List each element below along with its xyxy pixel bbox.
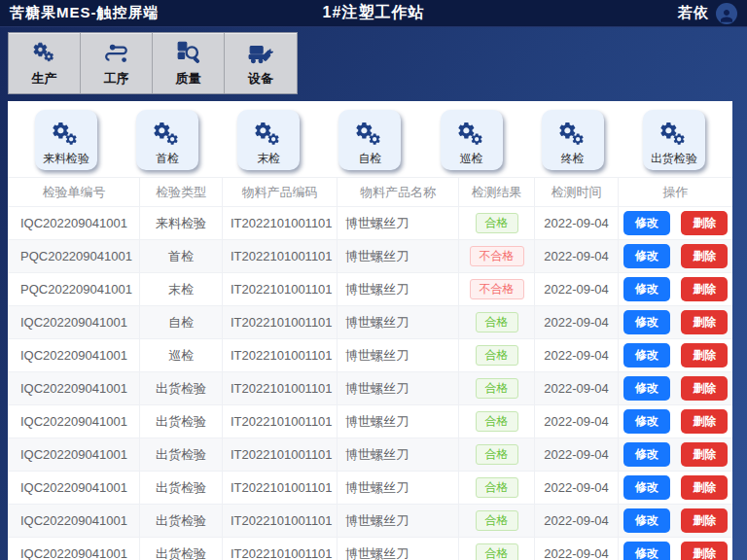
cell-result: 不合格 <box>459 273 535 306</box>
user-area[interactable]: 若依 <box>678 3 737 24</box>
edit-button[interactable]: 修改 <box>623 409 670 434</box>
delete-button[interactable]: 删除 <box>681 277 728 301</box>
cell-item-code: IT2022101001101 <box>223 339 338 372</box>
delete-button[interactable]: 删除 <box>681 376 728 401</box>
cell-order-no: IQC202209041001 <box>9 438 140 472</box>
cell-order-no: PQC202209041001 <box>9 273 140 306</box>
inspection-button-终检[interactable]: 终检 <box>542 110 604 170</box>
edit-button[interactable]: 修改 <box>623 310 670 334</box>
cell-time: 2022-09-04 <box>535 438 619 472</box>
cell-item-code: IT2022101001101 <box>223 306 338 339</box>
cell-order-no: PQC202209041001 <box>9 240 140 273</box>
gears-icon <box>658 120 690 149</box>
inspection-button-label: 出货检验 <box>651 151 697 167</box>
table-row: IQC202209041001 自检 IT2022101001101 博世螺丝刀… <box>9 306 733 339</box>
toolbar-button-production[interactable]: 生产 <box>9 33 81 93</box>
gears-icon <box>456 120 487 149</box>
inspection-button-label: 终检 <box>561 151 585 167</box>
cell-item-code: IT2022101001101 <box>223 273 338 306</box>
inspection-button-出货检验[interactable]: 出货检验 <box>643 110 705 170</box>
app-title: 苦糖果MES-触控屏端 <box>10 4 160 22</box>
cell-result: 合格 <box>459 472 535 505</box>
cell-result: 合格 <box>459 306 535 339</box>
cell-item-name: 博世螺丝刀 <box>338 372 459 405</box>
toolbar-button-quality[interactable]: 质量 <box>153 33 225 93</box>
cell-order-no: IQC202209041001 <box>9 538 140 560</box>
gears-icon <box>354 120 385 149</box>
inspection-button-来料检验[interactable]: 来料检验 <box>35 110 97 170</box>
delete-button[interactable]: 删除 <box>681 508 728 533</box>
edit-button[interactable]: 修改 <box>623 211 670 235</box>
cell-result: 合格 <box>459 505 535 538</box>
equipment-machine-icon <box>248 40 273 65</box>
cell-item-code: IT2022101001101 <box>223 505 338 538</box>
table-body: IQC202209041001 来料检验 IT2022101001101 博世螺… <box>9 207 733 560</box>
cell-order-no: IQC202209041001 <box>9 472 140 505</box>
toolbar-button-equipment[interactable]: 设备 <box>225 33 297 93</box>
cell-result: 合格 <box>459 339 535 372</box>
delete-button[interactable]: 删除 <box>681 409 728 434</box>
edit-button[interactable]: 修改 <box>623 442 670 467</box>
cell-time: 2022-09-04 <box>535 472 619 505</box>
cell-actions: 修改 删除 <box>619 405 733 438</box>
top-navbar: 苦糖果MES-触控屏端 1#注塑工作站 若依 <box>0 0 747 27</box>
inspection-button-首检[interactable]: 首检 <box>136 110 198 170</box>
delete-button[interactable]: 删除 <box>681 542 728 560</box>
table-row: PQC202209041001 首检 IT2022101001101 博世螺丝刀… <box>9 240 733 273</box>
result-badge: 合格 <box>476 411 518 432</box>
inspection-button-末检[interactable]: 末检 <box>237 110 300 170</box>
cell-item-name: 博世螺丝刀 <box>338 240 459 273</box>
cell-item-code: IT2022101001101 <box>223 538 338 560</box>
result-badge: 合格 <box>476 213 518 233</box>
edit-button[interactable]: 修改 <box>623 376 670 401</box>
table-row: PQC202209041001 末检 IT2022101001101 博世螺丝刀… <box>9 273 733 306</box>
inspection-button-自检[interactable]: 自检 <box>338 110 401 170</box>
cell-item-name: 博世螺丝刀 <box>338 405 459 438</box>
edit-button[interactable]: 修改 <box>623 508 670 533</box>
delete-button[interactable]: 删除 <box>681 244 728 268</box>
cell-time: 2022-09-04 <box>535 538 619 560</box>
delete-button[interactable]: 删除 <box>681 211 728 235</box>
cell-time: 2022-09-04 <box>535 505 619 538</box>
cell-time: 2022-09-04 <box>535 339 619 372</box>
station-title: 1#注塑工作站 <box>323 3 425 23</box>
edit-button[interactable]: 修改 <box>623 277 670 301</box>
inspection-button-label: 自检 <box>358 151 381 167</box>
cell-time: 2022-09-04 <box>535 306 619 339</box>
cell-item-name: 博世螺丝刀 <box>338 505 459 538</box>
col-header-insp-type: 检验类型 <box>140 178 223 207</box>
edit-button[interactable]: 修改 <box>623 244 670 268</box>
cell-insp-type: 巡检 <box>140 339 223 372</box>
production-gears-icon <box>32 40 57 65</box>
table-row: IQC202209041001 出货检验 IT2022101001101 博世螺… <box>9 472 733 505</box>
cell-time: 2022-09-04 <box>535 240 619 273</box>
cell-insp-type: 来料检验 <box>140 207 223 240</box>
cell-order-no: IQC202209041001 <box>9 372 140 405</box>
delete-button[interactable]: 删除 <box>681 475 728 500</box>
toolbar-label: 设备 <box>248 70 273 88</box>
delete-button[interactable]: 删除 <box>681 442 728 467</box>
table-row: IQC202209041001 出货检验 IT2022101001101 博世螺… <box>9 405 733 438</box>
cell-order-no: IQC202209041001 <box>9 339 140 372</box>
gears-icon <box>152 120 183 149</box>
edit-button[interactable]: 修改 <box>623 475 670 500</box>
cell-insp-type: 出货检验 <box>140 538 223 560</box>
delete-button[interactable]: 删除 <box>681 343 728 368</box>
edit-button[interactable]: 修改 <box>623 542 670 560</box>
username: 若依 <box>678 4 709 22</box>
cell-item-code: IT2022101001101 <box>223 472 338 505</box>
edit-button[interactable]: 修改 <box>623 343 670 368</box>
cell-time: 2022-09-04 <box>535 372 619 405</box>
cell-actions: 修改 删除 <box>619 240 733 273</box>
user-avatar-icon[interactable] <box>716 3 737 24</box>
col-header-time: 检测时间 <box>535 178 619 207</box>
table-row: IQC202209041001 出货检验 IT2022101001101 博世螺… <box>9 372 733 405</box>
cell-insp-type: 出货检验 <box>140 372 223 405</box>
cell-result: 合格 <box>459 207 535 240</box>
cell-actions: 修改 删除 <box>619 273 733 306</box>
toolbar-button-process[interactable]: 工序 <box>81 33 153 93</box>
table-header-row: 检验单编号 检验类型 物料产品编码 物料产品名称 检测结果 检测时间 操作 <box>9 178 733 207</box>
inspection-button-巡检[interactable]: 巡检 <box>441 110 503 170</box>
inspection-table: 检验单编号 检验类型 物料产品编码 物料产品名称 检测结果 检测时间 操作 IQ… <box>8 177 732 560</box>
delete-button[interactable]: 删除 <box>681 310 728 334</box>
